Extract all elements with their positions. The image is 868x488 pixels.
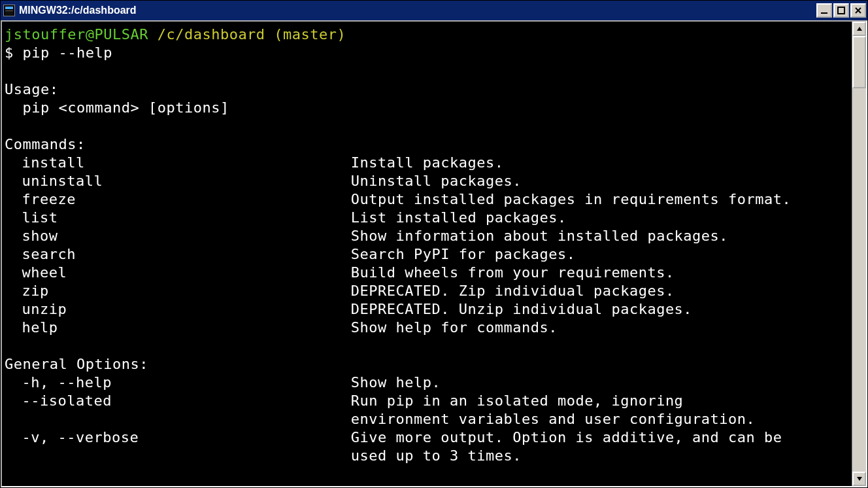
option-desc: Run pip in an isolated mode, ignoring	[351, 392, 684, 409]
command-row: searchSearch PyPI for packages.	[5, 245, 852, 264]
command-desc: Show information about installed package…	[351, 228, 728, 244]
usage-line: pip <command> [options]	[5, 99, 229, 116]
option-row: --isolatedRun pip in an isolated mode, i…	[5, 392, 852, 410]
prompt-line: $ pip --help	[5, 44, 112, 61]
scroll-thumb[interactable]	[852, 36, 866, 88]
command-desc: Install packages.	[351, 154, 504, 171]
command-desc: List installed packages.	[351, 209, 567, 226]
command-row: helpShow help for commands.	[5, 319, 852, 337]
command-desc: DEPRECATED. Zip individual packages.	[351, 283, 675, 299]
command-row: installInstall packages.	[5, 154, 852, 172]
scroll-down-button[interactable]	[852, 472, 866, 486]
svg-marker-5	[857, 477, 862, 481]
command-desc: Build wheels from your requirements.	[351, 264, 675, 281]
command-row: freezeOutput installed packages in requi…	[5, 190, 852, 209]
client-area: jstouffer@PULSAR /c/dashboard (master) $…	[1, 20, 867, 487]
commands-header: Commands:	[5, 136, 86, 152]
command-name: list	[5, 209, 351, 227]
command-row: showShow information about installed pac…	[5, 227, 852, 245]
option-desc: Give more output. Option is additive, an…	[351, 429, 782, 445]
maximize-button[interactable]	[833, 3, 849, 18]
command-desc: DEPRECATED. Unzip individual packages.	[351, 301, 692, 317]
terminal-output[interactable]: jstouffer@PULSAR /c/dashboard (master) $…	[2, 22, 852, 486]
window-controls	[816, 3, 866, 18]
minimize-button[interactable]	[816, 3, 832, 18]
usage-header: Usage:	[5, 81, 58, 97]
general-options-header: General Options:	[5, 356, 148, 372]
command-name: show	[5, 227, 351, 245]
command-desc: Show help for commands.	[351, 319, 558, 336]
option-desc-cont: used up to 3 times.	[5, 447, 852, 465]
command-row: listList installed packages.	[5, 209, 852, 227]
option-desc-cont: environment variables and user configura…	[5, 410, 852, 428]
prompt-user-host: jstouffer@PULSAR	[5, 26, 148, 43]
titlebar[interactable]: MINGW32:/c/dashboard	[1, 1, 867, 20]
command-desc: Output installed packages in requirement…	[351, 191, 792, 207]
command-name: zip	[5, 282, 351, 300]
command-row: wheelBuild wheels from your requirements…	[5, 264, 852, 282]
option-desc: Show help.	[351, 374, 441, 391]
command-desc: Search PyPI for packages.	[351, 246, 576, 262]
option-row: -h, --helpShow help.	[5, 374, 852, 392]
option-flags: --isolated	[5, 392, 351, 410]
svg-rect-1	[838, 7, 844, 14]
command-name: freeze	[5, 190, 351, 209]
command-name: wheel	[5, 264, 351, 282]
option-flags: -v, --verbose	[5, 428, 351, 447]
command-name: unzip	[5, 300, 351, 319]
option-flags: -h, --help	[5, 374, 351, 392]
scroll-track[interactable]	[852, 36, 866, 472]
svg-marker-4	[857, 27, 862, 31]
close-button[interactable]	[850, 3, 866, 18]
command-desc: Uninstall packages.	[351, 173, 522, 189]
command-name: uninstall	[5, 172, 351, 190]
command-row: unzipDEPRECATED. Unzip individual packag…	[5, 300, 852, 319]
prompt-path-branch: /c/dashboard (master)	[158, 26, 346, 43]
command-row: uninstallUninstall packages.	[5, 172, 852, 190]
command-row: zipDEPRECATED. Zip individual packages.	[5, 282, 852, 300]
vertical-scrollbar[interactable]	[852, 22, 866, 486]
window-title: MINGW32:/c/dashboard	[19, 5, 137, 16]
scroll-up-button[interactable]	[852, 22, 866, 36]
svg-rect-0	[821, 12, 827, 14]
command-name: search	[5, 245, 351, 264]
option-row: -v, --verboseGive more output. Option is…	[5, 428, 852, 447]
window-frame: MINGW32:/c/dashboard jstouffer@PULSAR /c…	[0, 0, 868, 488]
command-name: help	[5, 319, 351, 337]
command-name: install	[5, 154, 351, 172]
terminal-icon	[3, 5, 15, 16]
